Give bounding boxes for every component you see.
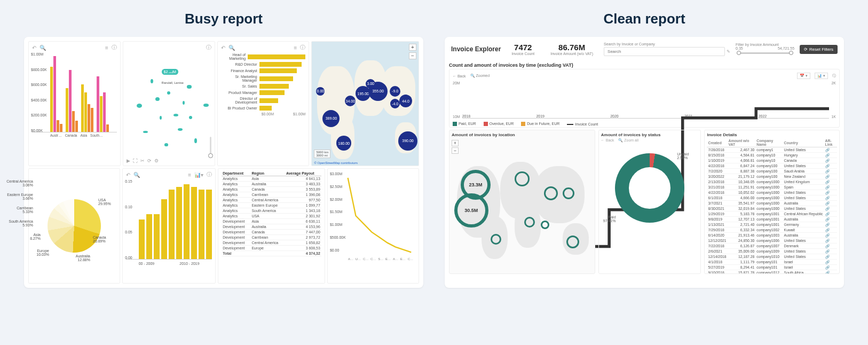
hbar-row[interactable]: Sr. Marketing Manager xyxy=(221,75,306,82)
table-row[interactable]: 7/29/20186,332.34company1002Kuwait🔗 xyxy=(707,228,837,233)
busy-map-tile[interactable]: + − 389.00180.00195.00355.003.0034.00-9.… xyxy=(311,41,419,166)
table-row[interactable]: 6/1/20184,666.00company1000United States… xyxy=(707,195,837,201)
link-icon[interactable]: 🔗 xyxy=(824,233,837,238)
table-row[interactable]: 2/13/201810,348.05company1000United King… xyxy=(707,179,837,185)
bar[interactable] xyxy=(53,56,56,132)
table-row[interactable]: 8/15/20184,584.81company10Hungary🔗 xyxy=(707,153,837,158)
network-node[interactable] xyxy=(187,85,192,88)
link-icon[interactable]: 🔗 xyxy=(824,270,837,275)
table-row[interactable]: 4/22/20186,847.24company100United States… xyxy=(707,163,837,169)
link-icon[interactable]: 🔗 xyxy=(824,163,837,169)
link-icon[interactable]: 🔗 xyxy=(824,190,837,195)
busy-bar2-chart[interactable] xyxy=(126,179,212,260)
network-node[interactable] xyxy=(169,69,172,72)
link-icon[interactable]: 🔗 xyxy=(824,179,837,185)
map-ring[interactable] xyxy=(566,236,579,248)
amount-slider[interactable]: Filter by Invoice Ammount 0.35 54,721.55 xyxy=(736,43,794,56)
col-header[interactable]: Amount w/o VAT xyxy=(728,138,756,147)
table-row[interactable]: 9/8/201912,707.13company1001Australia🔗 xyxy=(707,217,837,222)
table-row[interactable]: 1/13/20212,721.40company1001Germany🔗 xyxy=(707,222,837,228)
bar[interactable] xyxy=(100,96,102,132)
hbar-row[interactable]: Sr. Sales xyxy=(221,84,306,89)
undo-icon[interactable]: ↶ xyxy=(221,45,225,51)
table-row[interactable]: DevelopmentAsia6 636,11 xyxy=(222,219,321,224)
slider-track[interactable] xyxy=(210,137,211,158)
bar[interactable] xyxy=(75,121,78,132)
col-header[interactable]: Average Payout xyxy=(285,171,321,176)
hbar-row[interactable]: R&D Director xyxy=(221,62,306,67)
link-icon[interactable]: 🔗 xyxy=(824,217,837,222)
table-row[interactable]: 3/21/201811,251.91company1000Spain🔗 xyxy=(707,185,837,190)
edit-icon[interactable]: ✎ xyxy=(727,49,730,54)
slider-handle-max[interactable] xyxy=(789,51,793,55)
bar[interactable] xyxy=(176,187,182,259)
pie-chart[interactable] xyxy=(48,199,101,253)
map-bubble[interactable]: -4.0 xyxy=(390,99,400,108)
bar[interactable] xyxy=(72,111,75,132)
table-row[interactable]: 7/2/20208,887.38company100Saudi Arabia🔗 xyxy=(707,169,837,174)
col-header[interactable]: AR-Link xyxy=(824,138,837,147)
hbar-row[interactable]: Director of Development xyxy=(221,97,306,104)
bar[interactable] xyxy=(50,67,53,132)
undo-icon[interactable]: ↶ xyxy=(32,45,36,51)
link-icon[interactable]: 🔗 xyxy=(824,174,837,179)
table-row[interactable]: 1/10/20194,068.81company10Canada🔗 xyxy=(707,158,837,163)
table-row[interactable]: 3/20/202221,179.12company100New Zealand🔗 xyxy=(707,174,837,179)
network-node[interactable] xyxy=(178,128,183,131)
menu-icon[interactable]: ≡ xyxy=(105,45,108,51)
table-row[interactable]: AnalyticsCentral America977,50 xyxy=(222,198,321,203)
undo-icon[interactable]: ↶ xyxy=(126,172,130,178)
link-icon[interactable]: 🔗 xyxy=(824,153,837,158)
info-icon[interactable]: ⓘ xyxy=(300,44,305,51)
table-row[interactable]: 9/10/201815,871.78company1012South Afric… xyxy=(707,270,837,275)
search-input[interactable] xyxy=(604,47,725,56)
link-icon[interactable]: 🔗 xyxy=(824,201,837,206)
bar[interactable] xyxy=(103,92,106,132)
table-row[interactable]: 4/22/201810,052.02company1000United Stat… xyxy=(707,190,837,195)
bar[interactable] xyxy=(146,214,152,259)
network-node[interactable] xyxy=(194,138,196,143)
timechart-bars[interactable]: 2018 2019 2020 2021 2022 xyxy=(462,81,830,119)
bar[interactable] xyxy=(81,84,84,132)
table-row[interactable]: AnalyticsSouth America1 343,18 xyxy=(222,208,321,214)
bar[interactable] xyxy=(206,190,212,259)
play-icon[interactable]: ▶ xyxy=(127,158,130,163)
bar[interactable] xyxy=(199,190,204,259)
link-icon[interactable]: 🔗 xyxy=(824,249,837,254)
zoom-out-button[interactable]: − xyxy=(409,52,416,59)
table-row[interactable]: AnalyticsCanada3 553,89 xyxy=(222,187,321,192)
link-icon[interactable]: 🔗 xyxy=(824,228,837,233)
table-row[interactable]: 6/14/202021,913.46company1003Australia🔗 xyxy=(707,233,837,238)
link-icon[interactable]: 🔗 xyxy=(824,254,837,260)
menu-icon[interactable]: ≡ xyxy=(188,172,191,178)
map-ring[interactable] xyxy=(491,234,501,245)
table-row[interactable]: DevelopmentAustralia4 153,96 xyxy=(222,224,321,230)
busy-table[interactable]: DepartmentRegionAverage Payout Analytics… xyxy=(222,171,321,256)
table-row[interactable]: AnalyticsAsia4 641,13 xyxy=(222,176,321,182)
table-row[interactable]: 4/1/20181,111.79company101Israel🔗 xyxy=(707,260,837,265)
busy-hbar-chart[interactable]: Head of MarketingR&D DirectorFinance Ana… xyxy=(221,53,306,111)
zoom-out-button[interactable]: − xyxy=(452,147,459,154)
map-ring[interactable]: 30.5M xyxy=(454,193,488,228)
map-bubble[interactable]: 389.00 xyxy=(322,110,340,127)
bar[interactable] xyxy=(184,184,190,259)
info-icon[interactable]: ⓘ xyxy=(206,44,211,51)
table-row[interactable]: 5/27/20198,294.41company101Israel🔗 xyxy=(707,265,837,270)
network-node[interactable] xyxy=(167,91,170,95)
table-row[interactable]: 12/12/202124,850.30company1006United Sta… xyxy=(707,238,837,244)
slider-track[interactable] xyxy=(737,52,793,54)
map-ring[interactable] xyxy=(541,221,549,229)
network-node[interactable] xyxy=(189,116,192,119)
bar[interactable] xyxy=(191,187,197,259)
link-icon[interactable]: 🔗 xyxy=(824,265,837,270)
table-row[interactable]: AnalyticsEastern Europe1 099,77 xyxy=(222,203,321,208)
table-row[interactable]: 7/22/20186,126.87company1007Denmark🔗 xyxy=(707,244,837,249)
table-row[interactable]: 7/28/20182,467.30company1United States🔗 xyxy=(707,147,837,153)
network-node[interactable] xyxy=(143,131,148,133)
info-icon[interactable]: ⓘ xyxy=(832,73,836,79)
chart-options[interactable]: 📊 ▾ xyxy=(815,73,828,79)
bar[interactable] xyxy=(106,124,109,132)
link-icon[interactable]: 🔗 xyxy=(824,206,837,211)
col-header[interactable]: Created xyxy=(707,138,727,147)
bar[interactable] xyxy=(57,120,59,132)
